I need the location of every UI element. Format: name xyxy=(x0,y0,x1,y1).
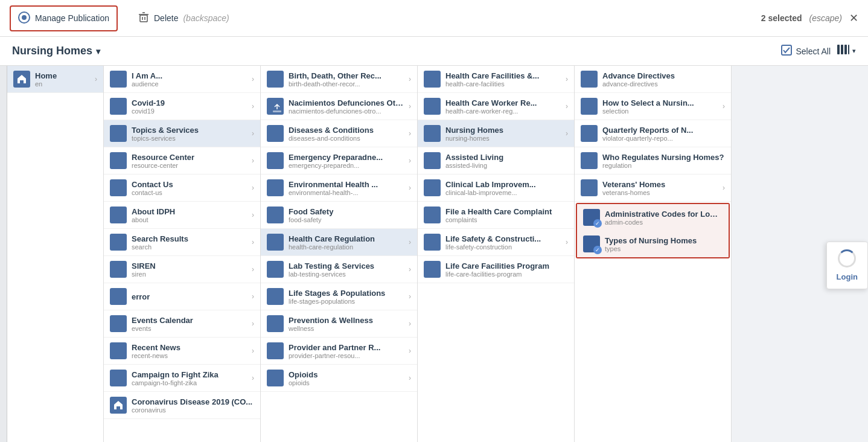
nav-title: Nacimientos Defunciones Otr... xyxy=(289,98,404,107)
list-item[interactable]: Types of Nursing Homestypes xyxy=(577,231,729,257)
list-item[interactable]: Events Calendarevents› xyxy=(104,310,260,338)
page-icon xyxy=(267,234,284,251)
nav-text: Clinical Lab Improvem...clinical-lab-imp… xyxy=(445,180,568,196)
page-icon xyxy=(267,152,284,169)
list-item[interactable]: File a Health Care Complaintcomplaints xyxy=(418,202,574,229)
page-icon xyxy=(424,125,441,142)
list-item[interactable]: Who Regulates Nursing Homes?regulation xyxy=(575,147,731,175)
list-item[interactable]: Contact Uscontact-us› xyxy=(104,175,260,202)
nav-arrow-icon: › xyxy=(566,129,568,138)
list-item[interactable]: Life Stages & Populationslife-stages-pop… xyxy=(261,283,417,310)
list-item[interactable]: Search Resultssearch› xyxy=(104,229,260,256)
nav-subtitle: life-stages-populations xyxy=(289,298,404,305)
list-item[interactable]: Resource Centerresource-center› xyxy=(104,147,260,175)
page-icon xyxy=(267,71,284,88)
page-icon xyxy=(581,71,598,88)
close-button[interactable]: ✕ xyxy=(849,11,858,25)
page-icon xyxy=(581,98,598,115)
publication-title[interactable]: Nursing Homes ▾ xyxy=(12,45,100,57)
list-item[interactable]: Opioidsopioids› xyxy=(261,365,417,392)
nav-arrow-icon: › xyxy=(252,238,254,246)
page-icon xyxy=(110,370,127,386)
nav-title: File a Health Care Complaint xyxy=(445,207,568,216)
list-item[interactable]: Life Safety & Constructi...life-safety-c… xyxy=(418,229,574,256)
list-item[interactable]: Emergency Preparadne...emergency-prepare… xyxy=(261,147,417,175)
list-item[interactable]: Assisted Livingassisted-living xyxy=(418,147,574,175)
page-icon xyxy=(110,261,127,278)
nav-title: Food Safety xyxy=(289,207,411,216)
list-item[interactable]: Administrative Codes for Long ...admin-c… xyxy=(577,204,729,231)
page-icon xyxy=(583,209,600,226)
columns-icon xyxy=(837,44,850,58)
toolbar-right: 2 selected (escape) ✕ xyxy=(761,11,858,25)
list-item[interactable]: Nacimientos Defunciones Otr...nacimiento… xyxy=(261,93,417,120)
list-item[interactable]: About IDPHabout› xyxy=(104,202,260,229)
list-item[interactable]: Prevention & Wellnesswellness› xyxy=(261,310,417,338)
select-all-button[interactable]: Select All xyxy=(781,45,831,57)
list-item[interactable]: Home en › xyxy=(7,66,103,93)
select-all-label: Select All xyxy=(796,46,831,56)
list-item[interactable]: Quarterly Reports of N...violator-quarte… xyxy=(575,120,731,147)
list-item[interactable]: Topics & Servicestopics-services› xyxy=(104,120,260,147)
list-item[interactable]: Campaign to Fight Zikacampaign-to-fight-… xyxy=(104,365,260,392)
list-item[interactable]: Health Care Facilities &...health-care-f… xyxy=(418,66,574,93)
list-item[interactable]: Veterans' Homesveterans-homes› xyxy=(575,175,731,202)
page-icon xyxy=(267,98,284,115)
list-item[interactable]: Nursing Homesnursing-homes› xyxy=(418,120,574,147)
list-item[interactable]: Environmental Health ...environmental-he… xyxy=(261,175,417,202)
list-item[interactable]: SIRENsiren› xyxy=(104,256,260,283)
column-2: Birth, Death, Other Rec...birth-death-ot… xyxy=(261,66,418,442)
list-item[interactable]: Coronavirus Disease 2019 (CO...coronavir… xyxy=(104,392,260,419)
nav-text: Contact Uscontact-us xyxy=(132,180,247,196)
list-item[interactable]: Health Care Regulationhealth-care-regula… xyxy=(261,229,417,256)
nav-text: Emergency Preparadne...emergency-prepare… xyxy=(289,153,404,169)
nav-subtitle: selection xyxy=(602,107,718,115)
list-item[interactable]: Life Care Facilities Programlife-care-fa… xyxy=(418,256,574,283)
list-item[interactable]: Food Safetyfood-safety xyxy=(261,202,417,229)
subheader: Nursing Homes ▾ Select All ▾ xyxy=(0,37,868,66)
nav-text: File a Health Care Complaintcomplaints xyxy=(445,207,568,223)
side-edge xyxy=(0,66,7,442)
page-icon xyxy=(267,370,284,386)
list-item[interactable]: Birth, Death, Other Rec...birth-death-ot… xyxy=(261,66,417,93)
nav-subtitle: types xyxy=(605,245,723,252)
list-item[interactable]: Provider and Partner R...provider-partne… xyxy=(261,338,417,365)
nav-title: Contact Us xyxy=(132,180,247,189)
manage-publication-button[interactable]: Manage Publication xyxy=(10,5,118,31)
delete-label: Delete xyxy=(154,13,178,23)
page-icon xyxy=(424,261,441,278)
list-item[interactable]: Lab Testing & Serviceslab-testing-servic… xyxy=(261,256,417,283)
nav-text: Assisted Livingassisted-living xyxy=(445,153,568,169)
delete-button[interactable]: Delete (backspace) xyxy=(130,6,238,31)
columns-view-button[interactable]: ▾ xyxy=(837,44,856,58)
nav-arrow-icon: › xyxy=(409,75,411,83)
page-icon xyxy=(267,261,284,278)
chevron-down-icon: ▾ xyxy=(96,46,100,56)
nav-title: How to Select a Nursin... xyxy=(602,98,718,107)
nav-title: SIREN xyxy=(132,261,247,271)
nav-arrow-icon: › xyxy=(409,238,411,246)
subheader-right: Select All ▾ xyxy=(781,44,856,58)
title-text: Nursing Homes xyxy=(12,45,92,57)
list-item[interactable]: How to Select a Nursin...selection› xyxy=(575,93,731,120)
list-item[interactable]: Recent Newsrecent-news› xyxy=(104,338,260,365)
list-item[interactable]: Advance Directivesadvance-directives xyxy=(575,66,731,93)
nav-subtitle: nursing-homes xyxy=(445,135,561,142)
list-item[interactable]: Covid-19covid19› xyxy=(104,93,260,120)
nav-title: Administrative Codes for Long ... xyxy=(605,210,723,219)
list-item[interactable]: error› xyxy=(104,283,260,310)
nav-subtitle: siren xyxy=(132,271,247,278)
nav-text: How to Select a Nursin...selection xyxy=(602,98,718,115)
list-item[interactable]: Health Care Worker Re...health-care-work… xyxy=(418,93,574,120)
list-item[interactable]: Diseases & Conditionsdiseases-and-condit… xyxy=(261,120,417,147)
nav-subtitle: birth-death-other-recor... xyxy=(289,80,404,88)
list-item[interactable]: I Am A...audience› xyxy=(104,66,260,93)
login-label[interactable]: Login xyxy=(837,272,858,281)
nav-text: Health Care Facilities &...health-care-f… xyxy=(445,71,561,88)
nav-arrow-icon: › xyxy=(252,265,254,274)
nav-arrow-icon: › xyxy=(252,102,254,110)
nav-subtitle: campaign-to-fight-zika xyxy=(132,379,247,386)
list-item[interactable]: Clinical Lab Improvem...clinical-lab-imp… xyxy=(418,175,574,202)
nav-title: Opioids xyxy=(289,370,404,379)
nav-arrow-icon: › xyxy=(252,184,254,192)
